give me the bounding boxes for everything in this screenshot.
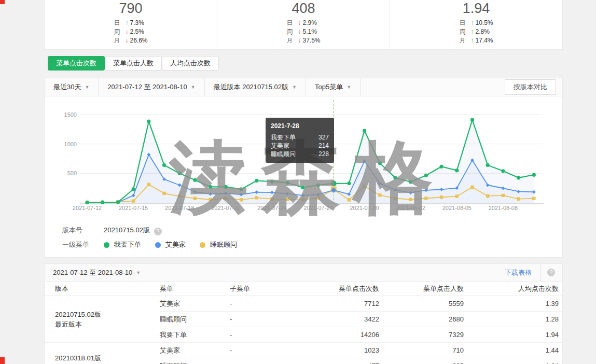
menu-cell: 睡眠顾问 [160, 358, 230, 364]
column-header: 菜单点击人数 [384, 282, 469, 296]
svg-text:2021-07-21: 2021-07-21 [211, 205, 240, 211]
help-icon: ? [547, 269, 555, 276]
trend-percent: 7.3% [130, 19, 144, 26]
filter-value: 最近版本 20210715.02版 [214, 82, 289, 92]
table-help[interactable]: ? [540, 264, 562, 281]
compare-by-version-button[interactable]: 按版本对比 [505, 79, 556, 95]
trend-period-label: 周 [286, 28, 293, 35]
stat-card-2: 1.94日↑10.5%周↑2.8%月↑17.4% [390, 0, 562, 49]
avg-cell: 1.94 [469, 327, 562, 343]
legend-dot-icon [200, 242, 205, 248]
menu-stats-table: 版本菜单子菜单菜单点击次数菜单点击人数人均点击次数 20210715.02版最近… [45, 282, 562, 364]
trend-percent: 10.5% [475, 19, 493, 26]
trend-percent: 5.1% [302, 28, 316, 35]
filter-value: 最近30天 [53, 82, 81, 92]
svg-text:2021-07-15: 2021-07-15 [119, 205, 148, 211]
svg-text:2021-08-02: 2021-08-02 [396, 205, 425, 211]
metric-tabs: 菜单点击次数菜单点击人数人均点击次数 [48, 56, 219, 71]
arrow-up-icon: ↑ [125, 19, 128, 26]
people-cell: 5559 [384, 296, 469, 312]
svg-text:1000: 1000 [64, 141, 77, 147]
legend-dot-icon [104, 242, 109, 248]
svg-text:2021-08-08: 2021-08-08 [489, 205, 518, 211]
column-header: 菜单 [160, 282, 230, 296]
arrow-down-icon: ↓ [298, 19, 301, 26]
trend-row: 周↑2.8% [459, 27, 493, 36]
people-cell: 2680 [384, 312, 469, 327]
svg-text:2021-07-30: 2021-07-30 [350, 205, 379, 211]
trend-percent: 2.8% [475, 28, 489, 35]
clicks-cell: 3422 [315, 312, 384, 327]
help-icon[interactable]: ? [154, 228, 162, 235]
trend-percent: 2.9% [302, 19, 316, 26]
people-cell: 385 [384, 358, 469, 364]
arrow-down-icon: ↓ [298, 37, 301, 44]
column-header: 子菜单 [230, 282, 315, 296]
trend-row: 周↓5.1% [286, 27, 320, 36]
legend-item-2[interactable]: 睡眠顾问 [200, 240, 237, 249]
version-name: 20210318.01版 [55, 353, 160, 363]
filter-dropdown-1[interactable]: 2021-07-12 至 2021-08-10▼ [99, 78, 204, 96]
tooltip-date: 2021-7-28 [271, 122, 329, 130]
filter-value: 2021-07-12 至 2021-08-10 [107, 82, 187, 92]
trend-row: 月↓37.5% [286, 36, 320, 45]
avg-cell: 1.44 [469, 343, 562, 358]
trend-period-label: 月 [286, 37, 293, 44]
table-row: 20210318.01版艾美家-10237101.44 [45, 343, 562, 358]
clicks-cell: 1023 [315, 343, 384, 358]
people-cell: 710 [384, 343, 469, 358]
arrow-up-icon: ↑ [470, 28, 474, 35]
chevron-down-icon: ▼ [191, 85, 196, 90]
trend-row: 周↓2.5% [114, 27, 147, 36]
filter-dropdown-0[interactable]: 最近30天▼ [45, 78, 99, 96]
filter-dropdown-3[interactable]: Top5菜单▼ [306, 78, 361, 96]
version-cell: 20210318.01版 [45, 343, 160, 364]
trend-period-label: 周 [459, 28, 465, 35]
svg-text:1500: 1500 [64, 111, 77, 118]
trend-period-label: 周 [114, 28, 120, 35]
chevron-down-icon: ▼ [85, 85, 89, 90]
trend-percent: 26.6% [130, 37, 147, 44]
svg-text:2021-07-24: 2021-07-24 [257, 205, 286, 211]
version-name: 20210715.02版 [55, 310, 160, 319]
table-date-filter[interactable]: 2021-07-12 至 2021-08-10 ▼ [45, 268, 141, 277]
submenu-cell: - [230, 312, 315, 327]
tooltip-series-row: 睡眠顾问228 [271, 150, 329, 158]
tab-2[interactable]: 人均点击次数 [162, 56, 219, 71]
legend-item-1[interactable]: 艾美家 [155, 240, 186, 249]
menu-cell: 艾美家 [160, 296, 230, 312]
trend-row: 月↓26.6% [114, 36, 147, 45]
filter-value: Top5菜单 [315, 82, 343, 92]
arrow-up-icon: ↑ [470, 19, 474, 26]
avg-cell: 1.28 [469, 312, 562, 327]
menu-cell: 睡眠顾问 [160, 312, 230, 327]
trend-period-label: 月 [459, 37, 465, 44]
submenu-cell: - [230, 343, 315, 358]
svg-text:500: 500 [67, 170, 77, 176]
tooltip-series-name: 我要下单 [271, 133, 296, 142]
menu-cell: 艾美家 [160, 343, 230, 358]
trend-row: 日↑10.5% [459, 19, 493, 27]
legend-item-0[interactable]: 我要下单 [104, 240, 141, 249]
tooltip-series-value: 327 [318, 133, 329, 142]
chevron-down-icon: ▼ [346, 85, 351, 90]
trend-period-label: 月 [114, 37, 120, 44]
arrow-up-icon: ↑ [470, 37, 474, 44]
tab-0[interactable]: 菜单点击次数 [48, 56, 105, 71]
trend-period-label: 日 [286, 19, 293, 26]
menu-cell: 我要下单 [160, 327, 230, 343]
stat-trends: 日↑7.3%周↓2.5%月↓26.6% [114, 19, 147, 45]
filter-dropdown-2[interactable]: 最近版本 20210715.02版▼ [205, 78, 306, 96]
tooltip-series-value: 214 [318, 142, 329, 150]
tab-1[interactable]: 菜单点击人数 [105, 56, 162, 71]
clicks-cell: 7712 [315, 296, 384, 312]
arrow-down-icon: ↓ [298, 28, 301, 35]
chart-tooltip: 2021-7-28 我要下单327艾美家214睡眠顾问228 [266, 118, 334, 163]
red-marker-top-left [0, 0, 5, 4]
table-date-range: 2021-07-12 至 2021-08-10 [53, 268, 132, 277]
submenu-cell: - [230, 358, 315, 364]
download-table-link[interactable]: 下载表格 [505, 268, 532, 277]
trend-row: 月↑17.4% [459, 36, 493, 45]
stat-value: 1.94 [390, 0, 562, 17]
tooltip-series-value: 228 [318, 150, 329, 158]
